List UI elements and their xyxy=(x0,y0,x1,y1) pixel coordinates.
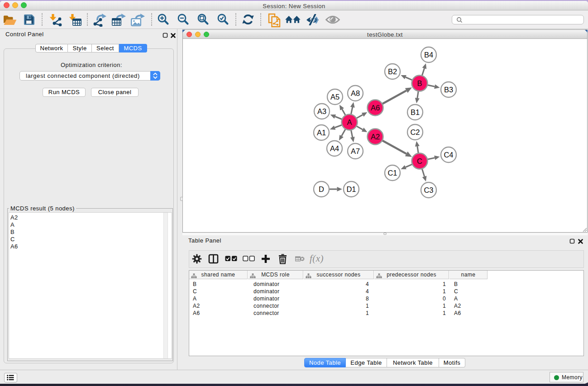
svg-text:B2: B2 xyxy=(388,67,397,76)
svg-text:C4: C4 xyxy=(444,151,453,159)
svg-text:A7: A7 xyxy=(351,147,360,155)
svg-text:C3: C3 xyxy=(424,186,433,194)
svg-text:B: B xyxy=(417,79,422,87)
svg-text:C: C xyxy=(417,157,422,165)
svg-text:C2: C2 xyxy=(410,128,420,136)
svg-text:C1: C1 xyxy=(387,169,397,177)
svg-text:A1: A1 xyxy=(317,129,326,137)
svg-text:A4: A4 xyxy=(330,144,339,152)
svg-text:A2: A2 xyxy=(371,133,380,141)
svg-text:A: A xyxy=(347,118,352,126)
svg-text:A5: A5 xyxy=(330,93,339,101)
svg-text:A3: A3 xyxy=(317,107,326,115)
svg-text:D1: D1 xyxy=(346,185,356,193)
svg-text:B3: B3 xyxy=(444,86,453,94)
svg-text:A6: A6 xyxy=(371,104,380,112)
svg-text:B1: B1 xyxy=(411,108,420,116)
svg-text:B4: B4 xyxy=(424,51,433,59)
svg-text:A8: A8 xyxy=(351,89,360,97)
svg-text:D: D xyxy=(319,185,324,193)
